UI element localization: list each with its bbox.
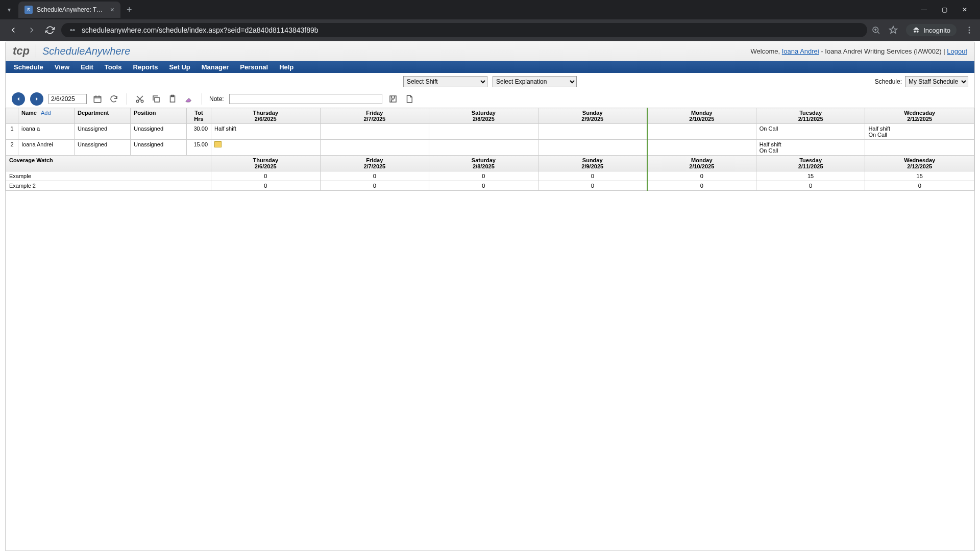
window-controls: ― ▢ ✕ (919, 6, 976, 13)
tab-title: ScheduleAnywhere: The easy, a (37, 6, 106, 13)
svg-point-1 (73, 30, 75, 31)
close-tab-icon[interactable]: × (110, 6, 114, 14)
svg-point-4 (969, 30, 970, 31)
incognito-badge[interactable]: Incognito (906, 24, 957, 36)
back-button[interactable] (6, 23, 20, 37)
browser-chrome: ▾ S ScheduleAnywhere: The easy, a × + ― … (0, 0, 980, 41)
forward-button[interactable] (24, 23, 39, 37)
svg-point-3 (969, 27, 970, 28)
new-tab-button[interactable]: + (127, 5, 132, 15)
address-bar-right: Incognito (871, 24, 974, 36)
svg-point-5 (969, 32, 970, 34)
site-info-icon[interactable] (68, 26, 77, 34)
reload-button[interactable] (43, 23, 57, 37)
tab-search-dropdown[interactable]: ▾ (4, 5, 14, 15)
minimize-icon[interactable]: ― (919, 6, 929, 13)
browser-menu-icon[interactable] (965, 26, 974, 35)
url-text: scheduleanywhere.com/schedule/index.aspx… (82, 26, 318, 34)
tab-bar: ▾ S ScheduleAnywhere: The easy, a × + ― … (0, 0, 980, 19)
browser-tab[interactable]: S ScheduleAnywhere: The easy, a × (18, 2, 120, 18)
incognito-label: Incognito (923, 27, 950, 34)
svg-point-0 (70, 30, 72, 31)
favicon-icon: S (24, 6, 33, 14)
zoom-icon[interactable] (871, 26, 880, 35)
bookmark-icon[interactable] (889, 26, 898, 35)
close-window-icon[interactable]: ✕ (960, 6, 970, 13)
maximize-icon[interactable]: ▢ (939, 6, 949, 13)
url-field[interactable]: scheduleanywhere.com/schedule/index.aspx… (61, 23, 867, 37)
address-bar: scheduleanywhere.com/schedule/index.aspx… (0, 19, 980, 41)
